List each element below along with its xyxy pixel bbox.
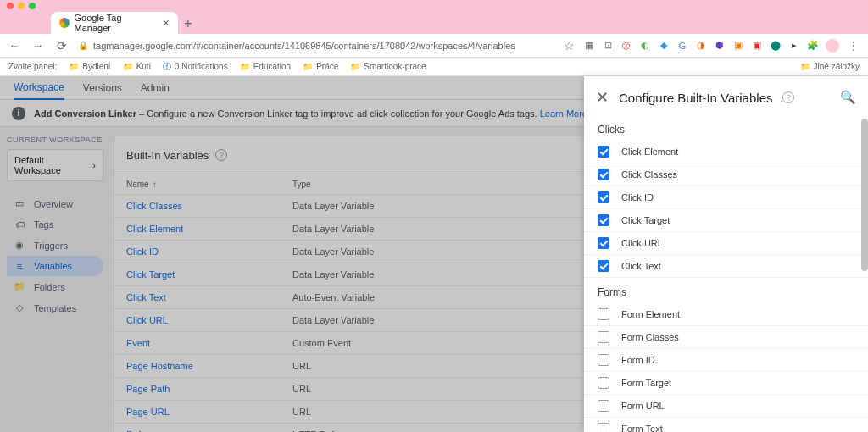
option-row[interactable]: Click Target bbox=[584, 209, 868, 232]
browser-tab[interactable]: Google Tag Manager × bbox=[51, 12, 178, 34]
col-name[interactable]: Name bbox=[126, 180, 149, 189]
row-name[interactable]: Page URL bbox=[126, 407, 292, 417]
option-row[interactable]: Click ID bbox=[584, 186, 868, 209]
checkbox[interactable] bbox=[598, 146, 609, 158]
bookmark-item[interactable]: ⓕ 0 Notifications bbox=[163, 61, 228, 73]
row-type: Custom Event bbox=[292, 338, 477, 348]
checkbox[interactable] bbox=[598, 423, 609, 432]
option-row[interactable]: Click Element bbox=[584, 141, 868, 163]
back-icon[interactable]: ← bbox=[7, 39, 22, 53]
nav-icon: ◉ bbox=[14, 240, 25, 251]
option-row[interactable]: Form URL bbox=[584, 395, 868, 418]
option-row[interactable]: Form Classes bbox=[584, 326, 868, 349]
new-tab-button[interactable]: + bbox=[178, 14, 198, 34]
close-icon[interactable]: ✕ bbox=[596, 88, 609, 107]
ext-icon[interactable]: ▣ bbox=[732, 40, 744, 52]
bookmark-item[interactable]: 📁 Bydlení bbox=[69, 62, 110, 71]
ext-icon[interactable]: ⛒ bbox=[620, 40, 632, 52]
option-row[interactable]: Click URL bbox=[584, 232, 868, 255]
ext-icon[interactable]: ⬢ bbox=[714, 40, 726, 52]
sidebar-item-tags[interactable]: 🏷Tags bbox=[7, 214, 103, 235]
kebab-menu-icon[interactable]: ⋮ bbox=[846, 39, 861, 53]
ext-icon[interactable]: ▸ bbox=[788, 40, 800, 52]
option-row[interactable]: Form Element bbox=[584, 303, 868, 326]
row-name[interactable]: Event bbox=[126, 338, 292, 348]
sidebar-item-folders[interactable]: 📁Folders bbox=[7, 276, 103, 297]
checkbox[interactable] bbox=[598, 237, 609, 249]
row-name[interactable]: Click Text bbox=[126, 292, 292, 302]
ext-icon[interactable]: ◆ bbox=[658, 40, 670, 52]
checkbox[interactable] bbox=[598, 260, 609, 272]
row-name[interactable]: Click Element bbox=[126, 224, 292, 234]
checkbox[interactable] bbox=[598, 214, 609, 226]
other-bookmarks[interactable]: 📁 Jiné záložky bbox=[800, 62, 860, 71]
row-type: Data Layer Variable bbox=[292, 246, 477, 257]
checkbox[interactable] bbox=[598, 354, 609, 366]
bookmark-item[interactable]: 📁 Práce bbox=[303, 62, 338, 71]
bookmark-item[interactable]: 📁 Education bbox=[240, 62, 291, 71]
extensions-icon[interactable]: 🧩 bbox=[807, 40, 819, 52]
star-icon[interactable]: ☆ bbox=[561, 39, 576, 53]
url-bar[interactable]: 🔒 tagmanager.google.com/#/container/acco… bbox=[78, 41, 553, 51]
checkbox[interactable] bbox=[598, 169, 609, 180]
help-icon[interactable]: ? bbox=[782, 91, 794, 103]
tab-admin[interactable]: Admin bbox=[141, 82, 170, 94]
ext-icon[interactable]: ⊡ bbox=[602, 40, 614, 52]
minimize-window-icon[interactable] bbox=[18, 3, 25, 9]
nav-icon: ◇ bbox=[14, 302, 25, 313]
ext-icon[interactable]: ▦ bbox=[583, 40, 595, 52]
row-name[interactable]: Page Hostname bbox=[126, 361, 292, 371]
option-row[interactable]: Form Text bbox=[584, 418, 868, 432]
option-row[interactable]: Click Text bbox=[584, 255, 868, 278]
help-icon[interactable]: ? bbox=[215, 149, 227, 161]
row-name[interactable]: Click Classes bbox=[126, 201, 292, 211]
sidebar-item-variables[interactable]: ≡Variables bbox=[7, 256, 103, 276]
alert-link[interactable]: Learn More bbox=[540, 108, 587, 119]
forward-icon[interactable]: → bbox=[31, 39, 46, 53]
nav-label: Triggers bbox=[34, 241, 68, 251]
ext-icon[interactable]: ⬤ bbox=[770, 40, 782, 52]
ext-icon[interactable]: ◑ bbox=[695, 40, 707, 52]
option-label: Click Target bbox=[621, 215, 670, 225]
row-type: URL bbox=[292, 361, 477, 371]
checkbox[interactable] bbox=[598, 400, 609, 412]
maximize-window-icon[interactable] bbox=[29, 3, 36, 9]
option-row[interactable]: Click Classes bbox=[584, 163, 868, 186]
tab-workspace[interactable]: Workspace bbox=[14, 76, 64, 100]
close-tab-icon[interactable]: × bbox=[163, 16, 170, 30]
sidebar-item-overview[interactable]: ▭Overview bbox=[7, 193, 103, 214]
checkbox[interactable] bbox=[598, 377, 609, 389]
row-name[interactable]: Click URL bbox=[126, 315, 292, 325]
col-type[interactable]: Type bbox=[292, 180, 477, 189]
row-name[interactable]: Page Path bbox=[126, 384, 292, 394]
scrollbar[interactable] bbox=[861, 119, 868, 271]
workspace-selector[interactable]: Default Workspace › bbox=[7, 149, 103, 181]
checkbox[interactable] bbox=[598, 308, 609, 320]
option-label: Form URL bbox=[621, 401, 665, 411]
bookmarks-label: Zvolte panel: bbox=[8, 62, 57, 71]
sidebar-item-triggers[interactable]: ◉Triggers bbox=[7, 235, 103, 256]
search-icon[interactable]: 🔍 bbox=[840, 90, 856, 105]
tab-versions[interactable]: Versions bbox=[83, 82, 122, 94]
bookmark-label: Kuti bbox=[136, 62, 151, 71]
reload-icon[interactable]: ⟳ bbox=[54, 39, 70, 53]
close-window-icon[interactable] bbox=[7, 3, 14, 9]
ext-icon[interactable]: ▣ bbox=[751, 40, 763, 52]
option-row[interactable]: Form ID bbox=[584, 349, 868, 372]
option-label: Click URL bbox=[621, 238, 663, 248]
row-type: Auto-Event Variable bbox=[292, 292, 477, 302]
row-name[interactable]: Click ID bbox=[126, 246, 292, 257]
bookmark-item[interactable]: 📁 Kuti bbox=[123, 62, 151, 71]
ext-icon[interactable]: ◐ bbox=[639, 40, 651, 52]
checkbox[interactable] bbox=[598, 331, 609, 343]
sidebar-item-templates[interactable]: ◇Templates bbox=[7, 297, 103, 318]
nav-label: Templates bbox=[34, 303, 76, 313]
option-row[interactable]: Form Target bbox=[584, 372, 868, 395]
traffic-lights bbox=[7, 3, 36, 9]
checkbox[interactable] bbox=[598, 191, 609, 203]
row-type: URL bbox=[292, 384, 477, 394]
row-name[interactable]: Click Target bbox=[126, 269, 292, 280]
profile-avatar[interactable] bbox=[826, 39, 839, 53]
bookmark-item[interactable]: 📁 Smartlook-práce bbox=[350, 62, 426, 71]
ext-icon[interactable]: G bbox=[676, 40, 688, 52]
